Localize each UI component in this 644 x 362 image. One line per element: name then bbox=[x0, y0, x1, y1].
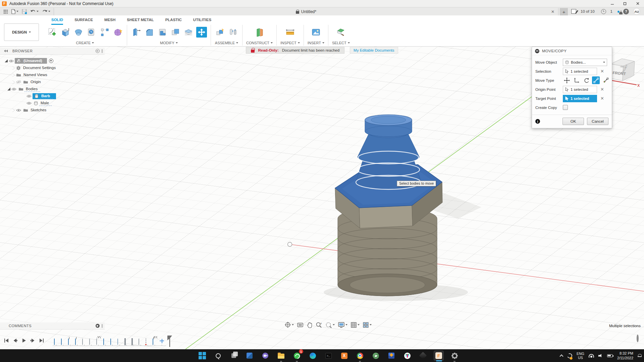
move-type-translate-icon[interactable] bbox=[573, 76, 580, 84]
feature-move-free[interactable] bbox=[160, 339, 165, 344]
play-button[interactable] bbox=[21, 338, 26, 344]
close-button[interactable] bbox=[631, 0, 644, 7]
feature-body-cylinder[interactable] bbox=[54, 339, 59, 344]
clear-selection-icon[interactable]: ✕ bbox=[600, 69, 604, 73]
whatsapp-button[interactable]: 1 bbox=[292, 351, 302, 361]
tab-utilities[interactable]: UTILITIES bbox=[193, 18, 211, 25]
new-component-icon[interactable] bbox=[215, 27, 225, 38]
shell-icon[interactable] bbox=[157, 27, 168, 38]
eye-icon[interactable] bbox=[16, 109, 21, 112]
collapsed-caret-icon[interactable] bbox=[12, 80, 15, 84]
inspect-group-label[interactable]: INSPECT bbox=[280, 41, 300, 45]
measure-icon[interactable] bbox=[285, 27, 296, 38]
workspace-selector[interactable]: DESIGN bbox=[4, 23, 39, 41]
offset-face-icon[interactable] bbox=[183, 27, 194, 38]
display-settings-button[interactable] bbox=[338, 322, 347, 328]
atom-button[interactable] bbox=[371, 351, 381, 361]
press-pull-icon[interactable] bbox=[131, 27, 142, 38]
eye-icon[interactable] bbox=[11, 87, 16, 91]
fillet-icon[interactable] bbox=[144, 27, 155, 38]
feature-sketch[interactable] bbox=[146, 339, 151, 344]
move-type-free-move-icon[interactable] bbox=[563, 76, 571, 84]
chrome-button[interactable] bbox=[355, 351, 365, 361]
revolve-icon[interactable] bbox=[73, 27, 84, 38]
feature-extrude[interactable] bbox=[68, 339, 73, 344]
new-tab-button[interactable]: + bbox=[560, 8, 568, 15]
user-avatar[interactable]: AU bbox=[633, 8, 640, 15]
preferences-gear-icon[interactable] bbox=[637, 336, 639, 342]
collapsed-caret-icon[interactable] bbox=[12, 73, 15, 77]
fusion-360-taskbar-button[interactable] bbox=[434, 351, 444, 361]
feature-extrude-suppressed[interactable] bbox=[153, 339, 158, 344]
feature-box-frame[interactable] bbox=[124, 339, 129, 344]
search-button[interactable] bbox=[213, 351, 223, 361]
tray-overflow-icon[interactable] bbox=[559, 354, 563, 358]
redo-button[interactable] bbox=[42, 9, 50, 14]
maximize-button[interactable] bbox=[619, 0, 631, 7]
timeline-position-marker[interactable] bbox=[167, 336, 172, 347]
file-explorer-button[interactable] bbox=[276, 351, 286, 361]
tree-item-sketches[interactable]: Sketches bbox=[0, 107, 105, 114]
activate-component-radio[interactable] bbox=[49, 59, 53, 63]
version-history-icon[interactable] bbox=[601, 9, 606, 14]
feature-box-frame[interactable] bbox=[131, 339, 137, 344]
chat-button[interactable] bbox=[260, 351, 270, 361]
tab-mesh[interactable]: MESH bbox=[104, 18, 115, 25]
feature-fillet[interactable] bbox=[139, 339, 144, 344]
collapsed-caret-icon[interactable] bbox=[12, 109, 15, 112]
grid-settings-button[interactable] bbox=[351, 322, 360, 328]
tree-item-document-settings[interactable]: Document Settings bbox=[0, 64, 105, 71]
create-copy-checkbox[interactable] bbox=[563, 105, 568, 110]
eye-icon[interactable] bbox=[26, 102, 32, 105]
tree-item-unsaved[interactable]: (Unsaved) bbox=[0, 57, 105, 64]
info-icon[interactable] bbox=[535, 119, 540, 124]
feature-extrude[interactable] bbox=[75, 339, 80, 344]
selection-button[interactable]: 1 selected bbox=[563, 68, 597, 75]
save-button[interactable] bbox=[22, 9, 27, 14]
combine-icon[interactable] bbox=[170, 27, 181, 38]
construct-plane-icon[interactable] bbox=[254, 27, 265, 38]
pan-button[interactable] bbox=[307, 322, 313, 328]
comments-header[interactable]: COMMENTS bbox=[0, 322, 105, 329]
joint-icon[interactable] bbox=[228, 27, 238, 38]
viewports-button[interactable] bbox=[363, 322, 372, 328]
move-type-point-to-point-icon[interactable] bbox=[592, 76, 600, 84]
tree-item-barb[interactable]: Barb bbox=[0, 93, 105, 100]
ok-button[interactable]: OK bbox=[562, 118, 584, 125]
volume-icon[interactable] bbox=[598, 354, 603, 358]
step-forward-button[interactable] bbox=[30, 338, 35, 344]
editable-documents-icon[interactable] bbox=[571, 9, 576, 14]
feature-move[interactable] bbox=[103, 339, 108, 344]
undo-button[interactable] bbox=[30, 9, 39, 14]
widgets-button[interactable] bbox=[245, 351, 255, 361]
modify-group-label[interactable]: MODIFY bbox=[160, 41, 178, 45]
zoom-button[interactable]: ± bbox=[316, 322, 322, 328]
feature-coil[interactable] bbox=[117, 339, 122, 344]
eye-icon[interactable] bbox=[26, 95, 32, 98]
select-group-label[interactable]: SELECT bbox=[332, 41, 350, 45]
start-button[interactable] bbox=[197, 351, 207, 361]
tab-solid[interactable]: SOLID bbox=[51, 18, 63, 25]
clear-origin-point-icon[interactable]: ✕ bbox=[600, 87, 604, 92]
move-type-point-to-position-icon[interactable] bbox=[602, 76, 609, 84]
target-point-button[interactable]: 1 selected bbox=[563, 95, 597, 102]
tree-item-male[interactable]: Male bbox=[0, 100, 105, 107]
comments-drag-handle[interactable] bbox=[102, 324, 103, 328]
create-form-icon[interactable] bbox=[112, 27, 123, 38]
extrude-icon[interactable] bbox=[60, 27, 71, 38]
move-copy-icon[interactable] bbox=[196, 27, 207, 38]
language-indicator[interactable]: ENG US bbox=[577, 352, 584, 360]
origin-point-button[interactable]: 1 selected bbox=[563, 86, 597, 93]
construct-group-label[interactable]: CONSTRUCT bbox=[246, 41, 273, 45]
help-button[interactable]: ? bbox=[623, 9, 629, 14]
feature-body-cylinder[interactable] bbox=[110, 339, 115, 344]
terminal-button[interactable] bbox=[323, 351, 333, 361]
clock-tray[interactable]: 8:32 PM 2/11/2022 bbox=[617, 351, 633, 361]
move-object-dropdown[interactable]: Bodies... bbox=[563, 59, 607, 66]
insert-group-label[interactable]: INSERT bbox=[308, 41, 324, 45]
feature-chamfer[interactable] bbox=[89, 339, 94, 344]
task-view-button[interactable] bbox=[229, 351, 239, 361]
tree-item-bodies[interactable]: Bodies bbox=[0, 85, 105, 93]
close-tab-icon[interactable]: ✕ bbox=[550, 9, 555, 14]
assemble-group-label[interactable]: ASSEMBLE bbox=[215, 41, 238, 45]
